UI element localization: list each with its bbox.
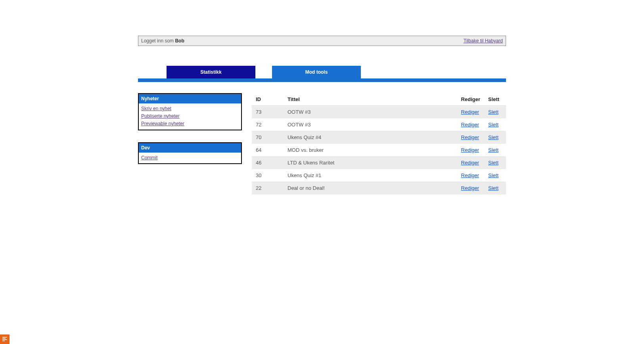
cell-rediger: Rediger bbox=[457, 157, 484, 169]
panel-nyheter-body: Skriv en nyhet Publiserte nyheter Previe… bbox=[139, 103, 241, 130]
table-row: 73OOTW #3RedigerSlett bbox=[252, 106, 506, 118]
cell-tittel: LTD & Ukens Raritet bbox=[284, 157, 457, 169]
cell-rediger: Rediger bbox=[457, 131, 484, 144]
edit-link[interactable]: Rediger bbox=[461, 160, 479, 166]
cell-slett: Slett bbox=[484, 106, 506, 118]
edit-link[interactable]: Rediger bbox=[461, 134, 479, 140]
cell-id: 46 bbox=[252, 157, 284, 169]
table-row: 64MOD vs. brukerRedigerSlett bbox=[252, 144, 506, 157]
tab-statistikk[interactable]: Statistikk bbox=[167, 66, 255, 78]
link-previewable-nyheter[interactable]: Previewable nyheter bbox=[141, 120, 239, 128]
cell-tittel: OOTW #3 bbox=[284, 106, 457, 118]
cell-rediger: Rediger bbox=[457, 169, 484, 182]
cell-id: 70 bbox=[252, 131, 284, 144]
cell-slett: Slett bbox=[484, 118, 506, 131]
cell-slett: Slett bbox=[484, 157, 506, 169]
cell-rediger: Rediger bbox=[457, 144, 484, 157]
th-id: ID bbox=[252, 93, 284, 106]
cell-tittel: Ukens Quiz #1 bbox=[284, 169, 457, 182]
username: Bob bbox=[175, 38, 184, 44]
cell-rediger: Rediger bbox=[457, 182, 484, 195]
cell-id: 22 bbox=[252, 182, 284, 195]
cell-rediger: Rediger bbox=[457, 118, 484, 131]
login-status: Logget inn som Bob bbox=[141, 38, 184, 44]
cell-id: 30 bbox=[252, 169, 284, 182]
table-row: 46LTD & Ukens RaritetRedigerSlett bbox=[252, 157, 506, 169]
cell-tittel: OOTW #3 bbox=[284, 118, 457, 131]
edit-link[interactable]: Rediger bbox=[461, 122, 479, 128]
panel-dev: Dev Commit bbox=[138, 142, 242, 164]
tab-underline bbox=[138, 78, 506, 82]
cell-tittel: Ukens Quiz #4 bbox=[284, 131, 457, 144]
news-table: ID Tittel Rediger Slett 73OOTW #3Rediger… bbox=[252, 93, 506, 195]
th-tittel: Tittel bbox=[284, 93, 457, 106]
cell-slett: Slett bbox=[484, 169, 506, 182]
table-row: 72OOTW #3RedigerSlett bbox=[252, 118, 506, 131]
cell-tittel: Deal or no Deal! bbox=[284, 182, 457, 195]
table-row: 70Ukens Quiz #4RedigerSlett bbox=[252, 131, 506, 144]
tabs: Statistikk Mod tools bbox=[138, 66, 506, 78]
cell-slett: Slett bbox=[484, 144, 506, 157]
panel-dev-header: Dev bbox=[139, 143, 241, 153]
link-publiserte-nyheter[interactable]: Publiserte nyheter bbox=[141, 113, 239, 120]
panel-nyheter-header: Nyheter bbox=[139, 94, 241, 103]
cell-id: 72 bbox=[252, 118, 284, 131]
th-rediger: Rediger bbox=[457, 93, 484, 106]
main-content: ID Tittel Rediger Slett 73OOTW #3Rediger… bbox=[252, 93, 506, 195]
cell-slett: Slett bbox=[484, 131, 506, 144]
panel-nyheter: Nyheter Skriv en nyhet Publiserte nyhete… bbox=[138, 93, 242, 130]
delete-link[interactable]: Slett bbox=[488, 172, 498, 178]
top-bar: Logget inn som Bob Tilbake til Habyard bbox=[138, 36, 506, 46]
table-row: 22Deal or no Deal!RedigerSlett bbox=[252, 182, 506, 195]
sidebar: Nyheter Skriv en nyhet Publiserte nyhete… bbox=[138, 93, 242, 195]
table-row: 30Ukens Quiz #1RedigerSlett bbox=[252, 169, 506, 182]
back-link[interactable]: Tilbake til Habyard bbox=[464, 38, 503, 44]
link-skriv-nyhet[interactable]: Skriv en nyhet bbox=[141, 105, 239, 113]
cell-tittel: MOD vs. bruker bbox=[284, 144, 457, 157]
delete-link[interactable]: Slett bbox=[488, 122, 498, 128]
login-prefix: Logget inn som bbox=[141, 38, 175, 44]
cell-rediger: Rediger bbox=[457, 106, 484, 118]
delete-link[interactable]: Slett bbox=[488, 147, 498, 153]
tab-modtools[interactable]: Mod tools bbox=[272, 66, 361, 78]
delete-link[interactable]: Slett bbox=[488, 109, 498, 115]
edit-link[interactable]: Rediger bbox=[461, 172, 479, 178]
cell-id: 64 bbox=[252, 144, 284, 157]
edit-link[interactable]: Rediger bbox=[461, 185, 479, 191]
panel-dev-body: Commit bbox=[139, 153, 241, 163]
table-header-row: ID Tittel Rediger Slett bbox=[252, 93, 506, 106]
link-commit[interactable]: Commit bbox=[141, 154, 239, 162]
edit-link[interactable]: Rediger bbox=[461, 147, 479, 153]
delete-link[interactable]: Slett bbox=[488, 160, 498, 166]
delete-link[interactable]: Slett bbox=[488, 185, 498, 191]
cell-slett: Slett bbox=[484, 182, 506, 195]
edit-link[interactable]: Rediger bbox=[461, 109, 479, 115]
th-slett: Slett bbox=[484, 93, 506, 106]
cell-id: 73 bbox=[252, 106, 284, 118]
delete-link[interactable]: Slett bbox=[488, 134, 498, 140]
